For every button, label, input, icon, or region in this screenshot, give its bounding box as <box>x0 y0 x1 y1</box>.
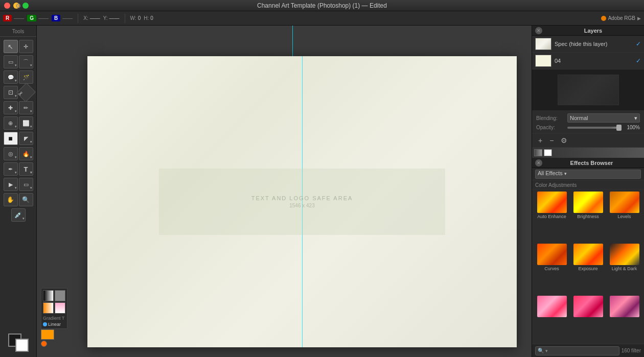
effects-panel-header: ✕ Effects Browser <box>532 158 644 168</box>
effect-pink3[interactable] <box>607 296 642 342</box>
effects-search-box[interactable]: 🔍 ▾ <box>535 346 619 355</box>
background-color[interactable] <box>15 339 29 352</box>
y-label: Y: <box>103 15 108 21</box>
spec-layer-thumb <box>535 38 551 50</box>
tool-row-4: ⊡▾ ✂ <box>0 85 36 100</box>
right-panel: ✕ Layers Spec (hide this layer) ✓ 04 ✓ <box>532 26 644 357</box>
blending-mode-select[interactable]: Normal ▾ <box>567 113 640 123</box>
pen-tool[interactable]: ✒▾ <box>4 162 18 176</box>
gradient-swatch-color[interactable] <box>43 302 54 314</box>
effects-close-button[interactable]: ✕ <box>535 159 542 166</box>
channel-r-badge: R <box>3 15 12 21</box>
lasso-tool[interactable]: ⌒▾ <box>19 55 33 68</box>
heal-tool[interactable]: ✚▾ <box>4 101 18 114</box>
color-space-text: Adobe RGB <box>608 15 635 21</box>
move-tool[interactable]: ✛ <box>19 40 33 53</box>
effect-levels-thumb <box>610 192 639 213</box>
effect-exposure-thumb <box>573 244 603 265</box>
arrow-tool[interactable]: ↖ <box>4 40 18 53</box>
layer-04-check: ✓ <box>636 57 641 64</box>
magic-wand-tool[interactable]: 🪄 <box>19 70 33 84</box>
mini-swatch-1[interactable] <box>534 149 542 156</box>
effect-light-dark-thumb <box>610 244 639 265</box>
brush-tool[interactable]: ✏▾ <box>19 101 33 114</box>
zoom-tool[interactable]: 🔍 <box>19 193 33 206</box>
opacity-slider[interactable] <box>567 127 622 129</box>
effect-curves[interactable]: Curves <box>534 244 569 295</box>
orange-swatch[interactable] <box>41 329 54 340</box>
effect-levels-label: Levels <box>617 214 631 219</box>
gradient-swatch-pink[interactable] <box>55 302 65 314</box>
titlebar: ⚙ Channel Art Template (Photoshop) (1) —… <box>0 0 644 11</box>
dodge-tool[interactable]: ◎▾ <box>4 147 18 160</box>
tools-panel: Tools ↖ ✛ ▭▾ ⌒▾ 💬▾ 🪄 ⊡▾ ✂ ✚▾ ✏▾ ⊕▾ ⬜▾ ■ … <box>0 26 37 357</box>
eraser-tool[interactable]: ⬜▾ <box>19 116 33 130</box>
color-adj-label: Color Adjustments <box>532 180 644 189</box>
effect-auto-enhance[interactable]: Auto Enhance <box>534 192 569 243</box>
opacity-row: Opacity: 100% <box>536 125 640 130</box>
hand-tool[interactable]: ✋ <box>4 193 18 206</box>
gradient-swatches-row2 <box>43 302 65 314</box>
layers-panel: ✕ Layers Spec (hide this layer) ✓ 04 ✓ <box>532 26 644 158</box>
gradient-radio-icon <box>43 322 47 326</box>
crop-tool[interactable]: ⊡▾ <box>4 86 18 99</box>
rect-select-tool[interactable]: ▭▾ <box>4 55 18 68</box>
bottom-canvas-swatches <box>41 329 54 347</box>
fg-bg-swatches <box>8 334 29 352</box>
search-dropdown-arrow: ▾ <box>545 348 548 353</box>
blending-label: Blending: <box>536 115 564 121</box>
separator-2 <box>125 14 125 23</box>
clone-tool[interactable]: ⊕▾ <box>4 116 18 130</box>
effect-pink1[interactable] <box>534 296 569 342</box>
gradient-swatch-bw[interactable] <box>43 290 54 301</box>
effect-light-dark[interactable]: Light & Dark <box>607 244 642 295</box>
orange-dot-icon <box>601 16 606 21</box>
mini-swatch-2[interactable] <box>544 149 552 156</box>
effect-exposure[interactable]: Exposure <box>570 244 606 295</box>
add-layer-button[interactable]: + <box>536 136 544 145</box>
effect-curves-label: Curves <box>544 266 559 271</box>
effect-pink1-thumb <box>537 296 567 317</box>
effect-pink2[interactable] <box>570 296 606 342</box>
layer-04-name: 04 <box>555 58 633 64</box>
layers-close-button[interactable]: ✕ <box>535 27 542 34</box>
tools-label: Tools <box>0 28 36 37</box>
window-title: Channel Art Template (Photoshop) (1) — E… <box>257 2 387 9</box>
layers-panel-title: Layers <box>545 28 641 34</box>
layer-settings-button[interactable]: ⚙ <box>559 136 569 145</box>
burn-tool[interactable]: 🔥▾ <box>19 147 33 160</box>
canvas[interactable]: TEXT AND LOGO SAFE AREA 1546 x 423 <box>87 56 517 347</box>
gradient-label: Gradient T <box>43 316 65 321</box>
effects-panel: ✕ Effects Browser All Effects ▾ Color Ad… <box>532 158 644 357</box>
spec-layer-check: ✓ <box>636 40 641 47</box>
small-orange-dot <box>41 341 47 347</box>
speech-tool[interactable]: 💬▾ <box>4 70 18 84</box>
effects-filter-select[interactable]: All Effects ▾ <box>535 170 641 179</box>
spec-layer-item[interactable]: Spec (hide this layer) ✓ <box>532 36 644 53</box>
close-button[interactable] <box>4 3 10 9</box>
tool-row-3: 💬▾ 🪄 <box>0 69 36 85</box>
tool-row-9: ✒▾ T▾ <box>0 161 36 177</box>
effects-filter-value: All Effects <box>538 170 563 176</box>
remove-layer-button[interactable]: − <box>547 136 556 145</box>
shape-tool[interactable]: ▭▾ <box>19 178 33 191</box>
gradient-tool[interactable]: ◤▾ <box>19 132 33 145</box>
effect-brightness[interactable]: Brightness <box>570 192 606 243</box>
text-tool[interactable]: T▾ <box>19 162 33 176</box>
blending-section: Blending: Normal ▾ Opacity: 100% <box>532 110 644 134</box>
opacity-slider-handle <box>616 125 622 131</box>
tool-row-6: ⊕▾ ⬜▾ <box>0 115 36 131</box>
channel-g: G —— <box>27 15 49 21</box>
paint-bucket-tool[interactable]: ■ <box>4 132 18 145</box>
effect-levels[interactable]: Levels <box>607 192 642 243</box>
path-select-tool[interactable]: ▶▾ <box>4 178 18 191</box>
slice-tool[interactable]: ✂ <box>16 83 35 102</box>
tool-row-2: ▭▾ ⌒▾ <box>0 54 36 69</box>
gear-icon[interactable]: ⚙ <box>15 2 21 10</box>
opacity-label: Opacity: <box>536 125 564 130</box>
maximize-button[interactable] <box>22 3 29 9</box>
gradient-swatch-gray[interactable] <box>55 290 65 301</box>
opacity-value: 100% <box>625 125 640 130</box>
eyedropper-tool[interactable]: 💉▾ <box>11 208 26 222</box>
layer-04-item[interactable]: 04 ✓ <box>532 53 644 69</box>
